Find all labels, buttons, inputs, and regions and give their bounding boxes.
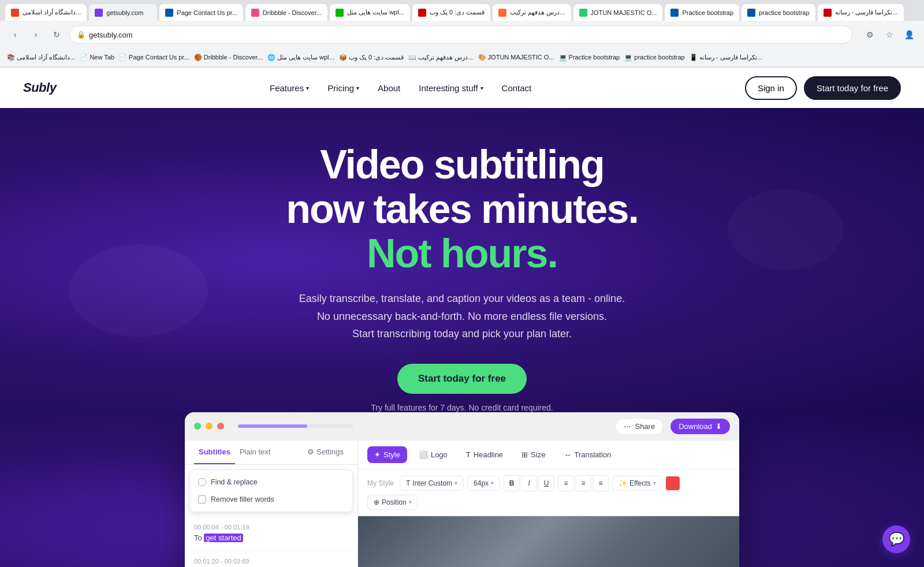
underline-button[interactable]: U: [538, 475, 554, 491]
my-style-label: My Style: [367, 479, 394, 487]
download-button[interactable]: Download ⬇: [670, 419, 730, 434]
nav-contact[interactable]: Contact: [494, 79, 540, 98]
reload-button[interactable]: ↻: [49, 27, 65, 43]
menu-find-replace[interactable]: Find & replace: [190, 473, 352, 491]
bookmark-5[interactable]: 🌐 سایت هایی مثل wpl...: [267, 54, 334, 61]
browser-tab-active[interactable]: getsubly.com: [88, 3, 158, 21]
hero-cta-button[interactable]: Start today for free: [397, 364, 527, 394]
tab-title: Practice bootstrap: [682, 9, 733, 16]
tool-style[interactable]: ✦ Style: [367, 446, 407, 463]
back-button[interactable]: ‹: [7, 27, 23, 43]
tab-favicon-active: [95, 9, 103, 17]
share-icon: ⋯: [624, 422, 631, 431]
video-thumbnail: [358, 516, 739, 567]
bookmark-11[interactable]: 📱 تکراسا فارسی - رسانه...: [690, 54, 762, 61]
bookmark-10[interactable]: 💻 practice bootstrap: [624, 54, 685, 61]
browser-tab-5[interactable]: سایت هایی مثل wpl...: [329, 3, 411, 21]
logo[interactable]: Subly: [23, 80, 56, 95]
chevron-down-icon: ▾: [454, 480, 457, 486]
forward-button[interactable]: ›: [28, 27, 44, 43]
highlighted-text: get started: [204, 534, 243, 542]
nav-about[interactable]: About: [370, 79, 408, 98]
nav-interesting[interactable]: Interesting stuff ▾: [411, 79, 491, 98]
tab-title: قسمت دی: 0 پک وب: [430, 9, 485, 16]
tab-subtitles[interactable]: Subtitles: [194, 441, 235, 464]
browser-tab-8[interactable]: JOTUN MAJESTIC O...: [573, 3, 664, 21]
logo-icon: ⬜: [419, 450, 428, 459]
mockup-body: Subtitles Plain text ⚙ Settings Find & r…: [185, 441, 739, 567]
tab-settings[interactable]: ⚙ Settings: [303, 441, 348, 464]
browser-tab-1[interactable]: دانشگاه آزاد اسلامی...: [5, 3, 87, 21]
tool-headline[interactable]: T Headline: [459, 446, 510, 463]
video-preview: [358, 516, 739, 567]
tab-title: دانشگاه آزاد اسلامی...: [23, 9, 81, 16]
checkbox-icon: [198, 495, 206, 503]
dot-yellow: [206, 423, 213, 430]
bookmark-8[interactable]: 🎨 JOTUN MAJESTIC O...: [478, 54, 554, 61]
align-right-button[interactable]: ≡: [593, 475, 609, 491]
font-size-select[interactable]: 64px ▾: [467, 476, 500, 491]
tab-title-active: getsubly.com: [106, 9, 151, 16]
tab-title: JOTUN MAJESTIC O...: [591, 9, 657, 16]
browser-tab-7[interactable]: درس هدفهم ترکیب...: [492, 3, 571, 21]
signin-button[interactable]: Sign in: [745, 76, 797, 100]
color-swatch[interactable]: [666, 476, 680, 490]
bold-button[interactable]: B: [504, 475, 520, 491]
bookmark-1[interactable]: 📚 دانشگاه آزاد اسلامی...: [7, 54, 75, 61]
nav-features[interactable]: Features ▾: [262, 79, 317, 98]
effects-select[interactable]: ✨ Effects ▾: [612, 476, 662, 491]
nav-actions: Sign in Start today for free: [745, 76, 901, 100]
app-mockup-wrapper: ⋯ Share Download ⬇ Subtitles Plain text: [0, 412, 924, 567]
subtitle-text-1: To get started: [194, 533, 348, 543]
address-bar[interactable]: 🔒 getsubly.com: [69, 25, 852, 44]
tab-favicon: [251, 9, 259, 17]
position-icon: ⊕: [374, 498, 379, 506]
mockup-progress-bar: [238, 424, 587, 428]
tool-translation[interactable]: ↔ Translation: [557, 446, 618, 463]
nav-pricing[interactable]: Pricing ▾: [319, 79, 367, 98]
bookmark-2[interactable]: 📄 New Tab: [80, 54, 114, 61]
bookmark-3[interactable]: 📄 Page Contact Us pr...: [119, 54, 189, 61]
extensions-btn[interactable]: ⚙: [862, 27, 878, 43]
browser-tab-4[interactable]: Dribbble - Discover...: [245, 3, 328, 21]
tab-favicon: [498, 9, 506, 17]
bookmark-4[interactable]: 🏀 Dribbble - Discover...: [194, 54, 263, 61]
subtitle-time-2: 00:01:20 - 00:03:69: [194, 558, 348, 565]
headline-icon: T: [466, 450, 471, 459]
browser-tab-9[interactable]: Practice bootstrap: [664, 3, 740, 21]
bookmark-btn[interactable]: ☆: [881, 27, 897, 43]
profile-btn[interactable]: 👤: [901, 27, 917, 43]
chevron-down-icon: ▾: [491, 480, 494, 486]
bookmark-9[interactable]: 💻 Practice bootstrap: [559, 54, 620, 61]
align-left-button[interactable]: ≡: [558, 475, 574, 491]
italic-button[interactable]: I: [521, 475, 537, 491]
address-text: getsubly.com: [89, 31, 133, 39]
browser-chrome: دانشگاه آزاد اسلامی... getsubly.com Page…: [0, 0, 924, 68]
tab-title: Dribbble - Discover...: [263, 9, 322, 16]
browser-tab-11[interactable]: تکراسا فارسی - رسانه...: [817, 3, 904, 21]
menu-remove-filler[interactable]: Remove filler words: [190, 491, 352, 508]
tool-size[interactable]: ⊞ Size: [515, 446, 552, 463]
position-select[interactable]: ⊕ Position ▾: [367, 495, 418, 510]
browser-tab-3[interactable]: Page Contact Us pr...: [159, 3, 244, 21]
bookmark-6[interactable]: 📦 قسمت دی: 0 پک وب: [339, 54, 404, 61]
align-center-button[interactable]: ≡: [575, 475, 591, 491]
tab-title: practice bootstrap: [759, 9, 809, 16]
browser-toolbar: ‹ › ↻ 🔒 getsubly.com ⚙ ☆ 👤: [0, 21, 924, 49]
browser-tab-10[interactable]: practice bootstrap: [741, 3, 815, 21]
tab-favicon: [824, 9, 832, 17]
progress-track: [238, 424, 353, 428]
video-placeholder: [358, 516, 739, 567]
bookmark-7[interactable]: 📖 درس هدفهم ترکیب...: [408, 54, 473, 61]
tool-logo[interactable]: ⬜ Logo: [412, 446, 454, 463]
mockup-sidebar: Subtitles Plain text ⚙ Settings Find & r…: [185, 441, 358, 567]
font-select[interactable]: T Inter Custom ▾: [400, 476, 464, 491]
tab-plaintext[interactable]: Plain text: [235, 441, 275, 464]
browser-tab-6[interactable]: قسمت دی: 0 پک وب: [412, 3, 491, 21]
style-icon: ✦: [374, 450, 381, 459]
tab-favicon: [418, 9, 426, 17]
chat-bubble[interactable]: 💬: [882, 525, 910, 553]
share-button[interactable]: ⋯ Share: [615, 418, 664, 435]
start-button[interactable]: Start today for free: [804, 76, 901, 100]
subtitle-time-1: 00:00:04 - 00:01:19: [194, 524, 348, 531]
